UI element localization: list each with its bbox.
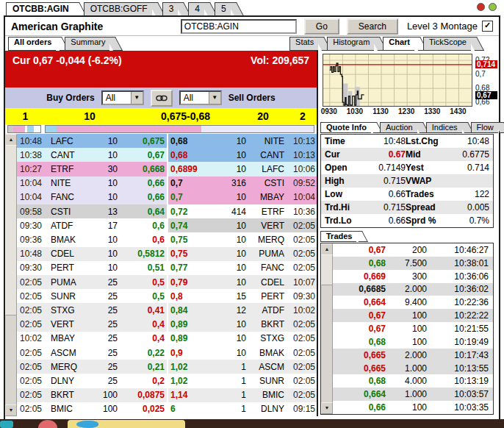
ask-size: 10 [216,319,246,329]
ask-quote[interactable]: 0,689910LAFC10:06 [167,162,317,176]
trade-time: 10:46:27 [427,245,489,255]
tab-indices[interactable]: Indices [426,122,462,133]
buy-filter-select[interactable]: All▼ [101,90,144,105]
ask-mm: BMIC [246,390,284,400]
ask-quote[interactable]: 0,710MBAY10:04 [167,190,317,204]
bid-quote[interactable]: 09:30ATDF170,6 [17,218,167,232]
link-filters-button[interactable] [151,90,173,107]
trade-row[interactable]: 0,66930010:36:06 [333,270,493,283]
ask-quote[interactable]: 0,72414ETRF10:36 [167,204,317,218]
bid-quote[interactable]: 10:48LAFC100,675 [17,134,167,148]
tab-chart[interactable]: Chart [383,37,414,51]
tab-trades[interactable]: Trades [320,231,356,242]
tab-summary[interactable]: Summary [65,37,109,51]
ask-mm: CANT [246,150,284,160]
bid-quote[interactable]: 02:05PUMA250,5 [17,275,167,289]
window-tab-3[interactable]: 3 [162,2,179,16]
tab-flow[interactable]: Flow [471,122,498,133]
trade-row[interactable]: 0,6641.00010:03:57 [333,388,493,401]
bid-quote[interactable]: 02:05MERQ250,21 [17,360,167,374]
tab-stats[interactable]: Stats [289,37,318,51]
scroll-up-icon[interactable]: ▲ [321,243,333,255]
ask-quote[interactable]: 0,815PERT09:30 [167,289,317,303]
window-tab-4[interactable]: 4 [188,2,204,16]
ask-quote[interactable]: 0,7410VERT02:05 [167,218,317,232]
trade-row[interactable]: 0,6649.40010:22:36 [333,296,493,309]
trade-row[interactable]: 0,6651.00010:13:55 [333,362,493,375]
window-dot-red-icon[interactable] [477,3,485,11]
ask-quote[interactable]: 0,7710FANC02:05 [167,261,317,275]
window-tab-agin[interactable]: OTCBB:AGIN [6,2,73,16]
bid-quote[interactable]: 10:04NITE100,66 [17,176,167,190]
symbol-input[interactable] [181,19,297,34]
ask-quote[interactable]: 1,021SUNR02:05 [167,374,317,388]
trade-row[interactable]: 0,6652.00010:17:43 [333,349,493,362]
ask-quote[interactable]: 0,7316CSTI09:52 [167,176,317,190]
bid-quote[interactable]: 02:05DLNY250,2 [17,374,167,388]
ask-quote[interactable]: 0,6810NITE10:13 [167,134,317,148]
ask-quote[interactable]: 0,8412ATDF10:02 [167,303,317,317]
bid-quote[interactable]: 02:05BMIC1000,025 [17,402,167,416]
level3-montage-checkbox[interactable]: ✓ [482,21,493,32]
quote-label: Lst.Chg [406,136,451,146]
tab-tickscope[interactable]: TickScope [423,37,471,51]
scrollbar-thumb[interactable] [5,145,17,315]
quote-label: Spread [406,202,451,213]
scroll-down-icon[interactable]: ▼ [5,404,17,416]
trades-scrollbar[interactable]: ▲ ▼ [321,243,333,414]
trade-row[interactable]: 0,6710010:22:22 [333,309,493,322]
tab-histogram[interactable]: Histogram [327,37,374,51]
bid-quote[interactable]: 02:05SUNR250,5 [17,289,167,303]
x-tick-label: 0930 [318,107,340,115]
window-dot-green-icon[interactable] [489,3,497,11]
chevron-down-icon[interactable]: ▼ [131,92,143,104]
trade-row[interactable]: 0,6710010:21:55 [333,322,493,335]
go-button[interactable]: Go [304,18,339,35]
bid-quote[interactable]: 09:58CSTI130,64 [17,204,167,218]
ask-quote[interactable]: 0,910BMAK02:05 [167,346,317,360]
bid-quote[interactable]: 02:05VERT250,4 [17,318,167,332]
bid-time: 10:27 [17,164,48,174]
ask-quote[interactable]: 0,7510PUMA02:05 [167,247,317,261]
sell-filter-select[interactable]: All▼ [179,90,222,105]
bid-quote[interactable]: 10:02MBAY250,4 [17,332,167,346]
ask-quote[interactable]: 0,8910STXG02:05 [167,332,317,346]
ask-quote[interactable]: 0,7910CDEL10:07 [167,275,317,289]
window-tab-goff[interactable]: OTCBB:GOFF [84,2,152,16]
trade-row[interactable]: 0,684.00010:13:19 [333,374,493,388]
bid-quote[interactable]: 09:36BMAK100,6 [17,232,167,246]
bid-quote[interactable]: 02:05STXG250,41 [17,303,167,317]
bid-quote[interactable]: 02:05ASCM250,22 [17,346,167,360]
bid-quote[interactable]: 10:38CANT100,67 [17,148,167,162]
tab-all-orders[interactable]: All orders [8,37,56,51]
bid-quote[interactable]: 10:04FANC100,66 [17,190,167,204]
ask-quote[interactable]: 0,6810CANT10:13 [167,148,317,162]
ask-quote[interactable]: 61DLNY09:15 [167,402,317,416]
trade-row[interactable]: 0,66852.00010:36:02 [333,283,493,296]
window-tab-5[interactable]: 5 [215,2,231,16]
trade-row[interactable]: 0,6610010:03:35 [333,401,493,414]
ask-quote[interactable]: 1,021ASCM02:05 [167,360,317,374]
bid-size: 25 [89,333,118,343]
bid-quote[interactable]: 10:48CDEL100,5812 [17,247,167,261]
quote-value: 0.7149 [360,163,406,173]
ask-quote[interactable]: 0,7510MERQ02:05 [167,232,317,246]
trade-row[interactable]: 0,6810010:19:49 [333,335,493,349]
trade-row[interactable]: 0,6720010:46:27 [333,243,493,257]
bid-quote[interactable]: 02:05BKRT1000,0875 [17,388,167,402]
tab-auction[interactable]: Auction [380,122,417,133]
bid-quote[interactable]: 09:30PERT100,51 [17,261,167,275]
tab-quote-info[interactable]: Quote Info [320,122,371,133]
ask-quote[interactable]: 0,8910BKRT02:05 [167,318,317,332]
search-button[interactable]: Search [347,18,398,35]
chevron-down-icon[interactable]: ▼ [209,92,220,104]
order-filter-row: Buy Orders All▼ All▼ Sell Orders [5,88,317,108]
trade-price: 0,669 [333,271,386,282]
scroll-up-icon[interactable]: ▲ [5,134,17,146]
order-book-scrollbar[interactable]: ▲ ▼ [5,134,17,416]
scrollbar-thumb[interactable] [321,254,333,285]
trade-row[interactable]: 0,687.50010:38:01 [333,257,493,270]
ask-quote[interactable]: 1,141BMIC02:05 [167,388,317,402]
bid-quote[interactable]: 10:27ETRF300,668 [17,162,167,176]
scroll-down-icon[interactable]: ▼ [321,402,333,414]
